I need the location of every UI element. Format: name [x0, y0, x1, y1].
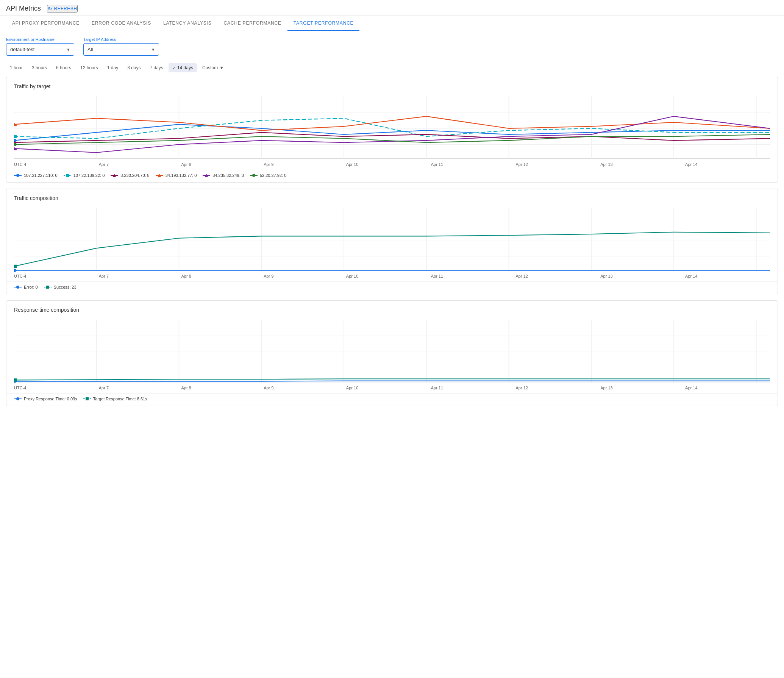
legend-proxy-response: Proxy Response Time: 0.03s [14, 397, 77, 401]
target-ip-control: Target IP Address All 107.21.227.110 107… [83, 37, 159, 56]
header: API Metrics ↻ REFRESH [0, 0, 784, 16]
time-filter-1day[interactable]: 1 day [103, 63, 122, 72]
refresh-button[interactable]: ↻ REFRESH [47, 5, 78, 12]
traffic-by-target-legend: 107.21.227.110: 0 107.22.139.22: 0 3.230… [6, 170, 778, 182]
traffic-composition-chart-area [6, 204, 778, 272]
legend-item-5: 34.235.32.249: 3 [203, 173, 244, 178]
target-ip-select-wrapper: All 107.21.227.110 107.22.139.22 3.230.2… [83, 43, 159, 56]
tab-target[interactable]: TARGET PERFORMANCE [287, 16, 360, 31]
legend-target-response: Target Response Time: 8.61s [83, 397, 147, 401]
refresh-icon: ↻ [48, 6, 53, 12]
svg-rect-49 [46, 286, 49, 289]
legend-item-2: 107.22.139.22: 0 [64, 173, 105, 178]
svg-rect-64 [14, 378, 17, 382]
legend-item-3: 3.230.204.70: 8 [111, 173, 149, 178]
response-time-chart-area [6, 316, 778, 384]
check-icon: ✓ [172, 66, 176, 70]
target-ip-select[interactable]: All 107.21.227.110 107.22.139.22 3.230.2… [83, 43, 159, 56]
svg-point-47 [16, 286, 19, 289]
page-title: API Metrics [6, 5, 41, 12]
time-filter-14days[interactable]: ✓ 14 days [169, 63, 197, 72]
traffic-by-target-chart-area [6, 92, 778, 161]
traffic-by-target-x-axis: UTC-4 Apr 7 Apr 8 Apr 9 Apr 10 Apr 11 Ap… [6, 161, 778, 170]
refresh-label: REFRESH [54, 6, 77, 11]
environment-control: Environment or Hostname default-test pro… [6, 37, 74, 56]
time-filter-1hour[interactable]: 1 hour [6, 63, 27, 72]
legend-error: Error: 0 [14, 285, 38, 289]
traffic-by-target-section: Traffic by target [6, 77, 778, 183]
traffic-by-target-title: Traffic by target [6, 77, 778, 92]
traffic-composition-legend: Error: 0 Success: 23 [6, 281, 778, 294]
legend-item-4: 34.193.132.77: 0 [156, 173, 197, 178]
svg-rect-14 [14, 135, 17, 138]
traffic-by-target-svg [14, 96, 770, 161]
response-time-x-axis: UTC-4 Apr 7 Apr 8 Apr 9 Apr 10 Apr 11 Ap… [6, 384, 778, 393]
svg-point-30 [252, 174, 255, 177]
environment-label: Environment or Hostname [6, 37, 74, 42]
response-time-title: Response time composition [6, 301, 778, 316]
time-filter-6hours[interactable]: 6 hours [52, 63, 75, 72]
traffic-composition-title: Traffic composition [6, 189, 778, 204]
traffic-composition-x-axis: UTC-4 Apr 7 Apr 8 Apr 9 Apr 10 Apr 11 Ap… [6, 272, 778, 281]
tab-error-code[interactable]: ERROR CODE ANALYSIS [86, 16, 157, 31]
response-time-svg [14, 320, 770, 384]
time-filters: 1 hour 3 hours 6 hours 12 hours 1 day 3 … [0, 60, 784, 77]
traffic-composition-svg [14, 208, 770, 272]
tab-cache[interactable]: CACHE PERFORMANCE [217, 16, 287, 31]
svg-point-18 [14, 143, 17, 146]
legend-item-6: 52.20.27.92: 0 [250, 173, 286, 178]
tab-api-proxy[interactable]: API PROXY PERFORMANCE [6, 16, 86, 31]
svg-rect-22 [66, 174, 69, 177]
response-time-legend: Proxy Response Time: 0.03s Target Respon… [6, 393, 778, 406]
legend-item-1: 107.21.227.110: 0 [14, 173, 58, 178]
response-time-section: Response time composition UTC-4 [6, 300, 778, 406]
svg-rect-45 [14, 265, 17, 268]
environment-select-wrapper: default-test prod staging ▼ [6, 43, 74, 56]
svg-point-66 [16, 397, 19, 400]
custom-dropdown-icon: ▼ [219, 65, 224, 70]
time-filter-12hours[interactable]: 12 hours [77, 63, 102, 72]
time-filter-custom[interactable]: Custom ▼ [198, 63, 228, 72]
svg-point-44 [14, 269, 17, 272]
time-filter-3days[interactable]: 3 days [123, 63, 144, 72]
traffic-composition-section: Traffic composition UTC-4 Apr [6, 189, 778, 294]
tabs-bar: API PROXY PERFORMANCE ERROR CODE ANALYSI… [0, 16, 784, 31]
svg-rect-68 [86, 397, 89, 400]
controls-bar: Environment or Hostname default-test pro… [0, 31, 784, 60]
svg-point-20 [16, 174, 19, 177]
time-filter-7days[interactable]: 7 days [146, 63, 167, 72]
tab-latency[interactable]: LATENCY ANALYSIS [157, 16, 218, 31]
target-ip-label: Target IP Address [83, 37, 159, 42]
legend-success: Success: 23 [44, 285, 77, 289]
time-filter-3hours[interactable]: 3 hours [28, 63, 51, 72]
environment-select[interactable]: default-test prod staging [6, 43, 74, 56]
